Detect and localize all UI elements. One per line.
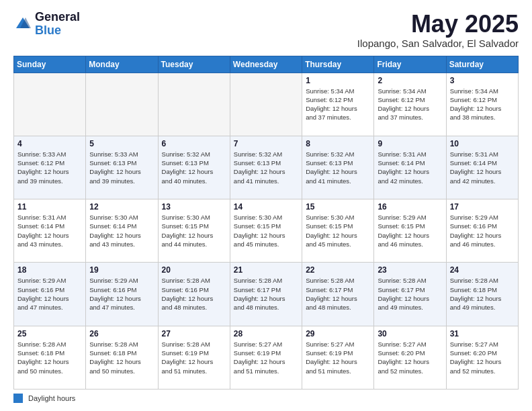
calendar-week-1: 1Sunrise: 5:34 AM Sunset: 6:12 PM Daylig… bbox=[14, 73, 519, 136]
calendar-header-saturday: Saturday bbox=[446, 56, 518, 73]
legend: Daylight hours bbox=[13, 394, 519, 403]
day-number: 17 bbox=[450, 202, 515, 212]
day-info: Sunrise: 5:29 AM Sunset: 6:16 PM Dayligh… bbox=[17, 276, 82, 312]
calendar-cell: 19Sunrise: 5:29 AM Sunset: 6:16 PM Dayli… bbox=[86, 263, 158, 326]
day-number: 5 bbox=[89, 139, 154, 148]
calendar-cell: 15Sunrise: 5:30 AM Sunset: 6:15 PM Dayli… bbox=[302, 199, 374, 263]
day-number: 30 bbox=[378, 329, 442, 338]
day-info: Sunrise: 5:29 AM Sunset: 6:15 PM Dayligh… bbox=[378, 213, 442, 248]
day-number: 27 bbox=[162, 329, 226, 338]
calendar-cell: 1Sunrise: 5:34 AM Sunset: 6:12 PM Daylig… bbox=[302, 73, 374, 136]
day-number: 14 bbox=[234, 202, 298, 212]
day-info: Sunrise: 5:28 AM Sunset: 6:17 PM Dayligh… bbox=[378, 276, 442, 312]
calendar-cell: 31Sunrise: 5:27 AM Sunset: 6:20 PM Dayli… bbox=[446, 326, 518, 389]
calendar-cell: 24Sunrise: 5:28 AM Sunset: 6:18 PM Dayli… bbox=[446, 263, 518, 326]
day-number: 1 bbox=[306, 76, 370, 85]
calendar-cell: 23Sunrise: 5:28 AM Sunset: 6:17 PM Dayli… bbox=[374, 263, 446, 326]
calendar-cell: 2Sunrise: 5:34 AM Sunset: 6:12 PM Daylig… bbox=[374, 73, 446, 136]
day-number: 13 bbox=[162, 202, 226, 212]
calendar-header-monday: Monday bbox=[86, 56, 158, 73]
calendar-cell: 30Sunrise: 5:27 AM Sunset: 6:20 PM Dayli… bbox=[374, 326, 446, 389]
day-number: 2 bbox=[378, 76, 442, 85]
day-info: Sunrise: 5:27 AM Sunset: 6:20 PM Dayligh… bbox=[450, 340, 515, 375]
calendar-cell bbox=[86, 73, 158, 136]
header: General Blue May 2025 Ilopango, San Salv… bbox=[13, 11, 519, 49]
day-info: Sunrise: 5:34 AM Sunset: 6:12 PM Dayligh… bbox=[306, 87, 370, 122]
day-number: 6 bbox=[162, 139, 226, 148]
calendar-cell: 17Sunrise: 5:29 AM Sunset: 6:16 PM Dayli… bbox=[446, 199, 518, 263]
calendar-table: SundayMondayTuesdayWednesdayThursdayFrid… bbox=[13, 56, 519, 390]
day-info: Sunrise: 5:30 AM Sunset: 6:15 PM Dayligh… bbox=[234, 213, 298, 248]
legend-color-box bbox=[13, 394, 23, 403]
day-number: 4 bbox=[17, 139, 82, 148]
calendar-cell: 9Sunrise: 5:31 AM Sunset: 6:14 PM Daylig… bbox=[374, 136, 446, 199]
day-number: 3 bbox=[450, 76, 515, 85]
day-info: Sunrise: 5:29 AM Sunset: 6:16 PM Dayligh… bbox=[89, 276, 154, 312]
calendar-cell: 28Sunrise: 5:27 AM Sunset: 6:19 PM Dayli… bbox=[230, 326, 302, 389]
day-number: 23 bbox=[378, 265, 442, 275]
day-number: 18 bbox=[17, 265, 82, 275]
calendar-cell: 7Sunrise: 5:32 AM Sunset: 6:13 PM Daylig… bbox=[230, 136, 302, 199]
day-info: Sunrise: 5:28 AM Sunset: 6:17 PM Dayligh… bbox=[234, 276, 298, 312]
day-info: Sunrise: 5:32 AM Sunset: 6:13 PM Dayligh… bbox=[162, 150, 226, 185]
calendar-cell: 5Sunrise: 5:33 AM Sunset: 6:13 PM Daylig… bbox=[86, 136, 158, 199]
day-number: 12 bbox=[89, 202, 154, 212]
calendar-cell: 16Sunrise: 5:29 AM Sunset: 6:15 PM Dayli… bbox=[374, 199, 446, 263]
day-info: Sunrise: 5:28 AM Sunset: 6:18 PM Dayligh… bbox=[17, 340, 82, 375]
day-info: Sunrise: 5:31 AM Sunset: 6:14 PM Dayligh… bbox=[378, 150, 442, 185]
calendar-cell: 29Sunrise: 5:27 AM Sunset: 6:19 PM Dayli… bbox=[302, 326, 374, 389]
day-number: 28 bbox=[234, 329, 298, 338]
legend-label: Daylight hours bbox=[28, 394, 75, 402]
calendar-cell: 26Sunrise: 5:28 AM Sunset: 6:18 PM Dayli… bbox=[86, 326, 158, 389]
day-info: Sunrise: 5:27 AM Sunset: 6:19 PM Dayligh… bbox=[306, 340, 370, 375]
day-info: Sunrise: 5:32 AM Sunset: 6:13 PM Dayligh… bbox=[306, 150, 370, 185]
month-title: May 2025 bbox=[357, 11, 519, 38]
day-info: Sunrise: 5:28 AM Sunset: 6:17 PM Dayligh… bbox=[306, 276, 370, 312]
calendar-cell: 25Sunrise: 5:28 AM Sunset: 6:18 PM Dayli… bbox=[14, 326, 86, 389]
day-number: 11 bbox=[17, 202, 82, 212]
day-info: Sunrise: 5:32 AM Sunset: 6:13 PM Dayligh… bbox=[234, 150, 298, 185]
day-info: Sunrise: 5:34 AM Sunset: 6:12 PM Dayligh… bbox=[450, 87, 515, 122]
calendar-header-thursday: Thursday bbox=[302, 56, 374, 73]
page: General Blue May 2025 Ilopango, San Salv… bbox=[0, 0, 532, 411]
day-number: 15 bbox=[306, 202, 370, 212]
day-info: Sunrise: 5:28 AM Sunset: 6:19 PM Dayligh… bbox=[162, 340, 226, 375]
calendar-header-friday: Friday bbox=[374, 56, 446, 73]
day-number: 25 bbox=[17, 329, 82, 338]
calendar-week-2: 4Sunrise: 5:33 AM Sunset: 6:12 PM Daylig… bbox=[14, 136, 519, 199]
calendar-cell: 3Sunrise: 5:34 AM Sunset: 6:12 PM Daylig… bbox=[446, 73, 518, 136]
calendar-week-5: 25Sunrise: 5:28 AM Sunset: 6:18 PM Dayli… bbox=[14, 326, 519, 389]
day-info: Sunrise: 5:30 AM Sunset: 6:15 PM Dayligh… bbox=[162, 213, 226, 248]
day-number: 10 bbox=[450, 139, 515, 148]
day-info: Sunrise: 5:28 AM Sunset: 6:18 PM Dayligh… bbox=[89, 340, 154, 375]
day-info: Sunrise: 5:29 AM Sunset: 6:16 PM Dayligh… bbox=[450, 213, 515, 248]
calendar-cell: 27Sunrise: 5:28 AM Sunset: 6:19 PM Dayli… bbox=[158, 326, 230, 389]
calendar-cell: 13Sunrise: 5:30 AM Sunset: 6:15 PM Dayli… bbox=[158, 199, 230, 263]
logo-icon bbox=[13, 15, 32, 34]
day-info: Sunrise: 5:28 AM Sunset: 6:18 PM Dayligh… bbox=[450, 276, 515, 312]
calendar-header-sunday: Sunday bbox=[14, 56, 86, 73]
day-info: Sunrise: 5:31 AM Sunset: 6:14 PM Dayligh… bbox=[17, 213, 82, 248]
calendar-header-tuesday: Tuesday bbox=[158, 56, 230, 73]
day-number: 16 bbox=[378, 202, 442, 212]
calendar-cell: 22Sunrise: 5:28 AM Sunset: 6:17 PM Dayli… bbox=[302, 263, 374, 326]
day-info: Sunrise: 5:31 AM Sunset: 6:14 PM Dayligh… bbox=[450, 150, 515, 185]
calendar-cell bbox=[230, 73, 302, 136]
calendar-header-row: SundayMondayTuesdayWednesdayThursdayFrid… bbox=[14, 56, 519, 73]
day-number: 8 bbox=[306, 139, 370, 148]
location: Ilopango, San Salvador, El Salvador bbox=[357, 38, 519, 49]
day-number: 7 bbox=[234, 139, 298, 148]
day-number: 26 bbox=[89, 329, 154, 338]
logo-general-text: General bbox=[35, 11, 80, 24]
calendar-cell: 21Sunrise: 5:28 AM Sunset: 6:17 PM Dayli… bbox=[230, 263, 302, 326]
day-number: 22 bbox=[306, 265, 370, 275]
calendar-cell: 12Sunrise: 5:30 AM Sunset: 6:14 PM Dayli… bbox=[86, 199, 158, 263]
calendar-week-4: 18Sunrise: 5:29 AM Sunset: 6:16 PM Dayli… bbox=[14, 263, 519, 326]
title-block: May 2025 Ilopango, San Salvador, El Salv… bbox=[357, 11, 519, 49]
calendar-cell: 14Sunrise: 5:30 AM Sunset: 6:15 PM Dayli… bbox=[230, 199, 302, 263]
day-number: 21 bbox=[234, 265, 298, 275]
calendar-cell: 6Sunrise: 5:32 AM Sunset: 6:13 PM Daylig… bbox=[158, 136, 230, 199]
logo-blue-text: Blue bbox=[35, 24, 80, 38]
calendar-cell: 10Sunrise: 5:31 AM Sunset: 6:14 PM Dayli… bbox=[446, 136, 518, 199]
calendar-cell: 8Sunrise: 5:32 AM Sunset: 6:13 PM Daylig… bbox=[302, 136, 374, 199]
